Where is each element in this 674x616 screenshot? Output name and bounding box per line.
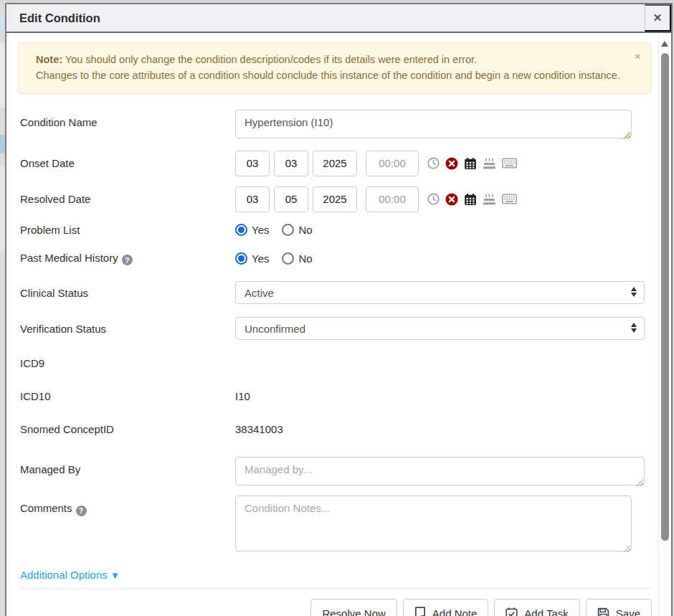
add-note-button[interactable]: Add Note — [403, 599, 489, 616]
radio-unchecked-icon[interactable] — [282, 252, 294, 265]
pmh-no-radio[interactable]: No — [282, 252, 312, 265]
birthday-cake-icon[interactable] — [483, 193, 496, 206]
onset-year-input[interactable] — [313, 151, 357, 176]
managed-by-textarea[interactable] — [235, 457, 645, 485]
onset-date-row: Onset Date — [16, 151, 658, 176]
note-line-2: Changes to the core attributes of a cond… — [36, 68, 622, 84]
onset-time-input[interactable] — [366, 151, 419, 176]
past-medical-history-label: Past Medical History? — [20, 252, 235, 266]
icd9-row: ICD9 — [16, 357, 658, 369]
note-text-1: You should only change the condition des… — [62, 54, 477, 65]
managed-by-wrap — [235, 457, 645, 488]
resolved-time-input[interactable] — [366, 186, 419, 212]
edit-condition-modal: Edit Condition ✕ Note: You should only c… — [5, 3, 673, 616]
condition-name-textarea[interactable]: Hypertension (I10) — [235, 110, 632, 138]
radio-yes-label: Yes — [252, 224, 269, 236]
icd10-value: I10 — [235, 390, 250, 402]
additional-options-link[interactable]: Additional Options ▼ — [20, 569, 120, 581]
calendar-icon[interactable] — [464, 193, 477, 206]
problem-list-row: Problem List Yes No — [16, 224, 658, 236]
resolved-month-input[interactable] — [235, 186, 270, 212]
snomed-label: Snomed ConceptID — [20, 423, 235, 435]
select-arrows-icon — [631, 323, 637, 333]
resolve-now-button[interactable]: Resolve Now — [310, 599, 397, 616]
radio-unchecked-icon[interactable] — [282, 224, 294, 236]
verification-status-label: Verification Status — [20, 323, 235, 335]
modal-body: Note: You should only change the conditi… — [6, 34, 658, 616]
onset-date-label: Onset Date — [20, 157, 235, 169]
pmh-radio-group: Yes No — [235, 252, 313, 265]
comments-label: Comments? — [20, 496, 235, 516]
note-bold-prefix: Note: — [36, 54, 62, 65]
scrollbar-thumb[interactable] — [661, 53, 669, 541]
birthday-cake-icon[interactable] — [483, 157, 496, 170]
footer-buttons: Resolve Now Add Note Add Task Save — [16, 599, 658, 616]
save-button[interactable]: Save — [586, 599, 652, 616]
comments-wrap — [235, 496, 632, 554]
help-icon[interactable]: ? — [122, 255, 133, 265]
radio-yes-label: Yes — [252, 252, 269, 265]
snomed-row: Snomed ConceptID 38341003 — [16, 423, 658, 435]
verification-status-select[interactable]: Unconfirmed — [235, 317, 645, 340]
clinical-status-value: Active — [245, 287, 274, 299]
clear-circle-icon[interactable] — [445, 193, 458, 206]
modal-title: Edit Condition — [6, 11, 100, 25]
pmh-yes-radio[interactable]: Yes — [235, 252, 269, 265]
clock-icon[interactable] — [427, 157, 440, 169]
resolved-date-row: Resolved Date — [16, 186, 658, 212]
radio-checked-icon[interactable] — [235, 224, 247, 236]
radio-no-label: No — [298, 252, 312, 265]
icd9-label: ICD9 — [20, 357, 235, 369]
warning-note: Note: You should only change the conditi… — [18, 42, 652, 94]
calendar-icon[interactable] — [464, 157, 477, 170]
problem-list-radio-group: Yes No — [235, 224, 313, 236]
resolved-date-label: Resolved Date — [20, 193, 235, 205]
comments-row: Comments? — [16, 496, 658, 554]
caret-down-icon: ▼ — [110, 570, 120, 581]
past-medical-history-row: Past Medical History? Yes No — [16, 252, 658, 266]
radio-checked-icon[interactable] — [235, 252, 247, 265]
clinical-status-row: Clinical Status Active — [16, 281, 658, 304]
verification-status-value: Unconfirmed — [245, 323, 305, 335]
note-dismiss-icon[interactable]: × — [635, 51, 640, 62]
task-calendar-icon-button[interactable]: Add Task — [494, 599, 579, 616]
condition-name-row: Condition Name Hypertension (I10) — [16, 110, 658, 141]
verification-status-row: Verification Status Unconfirmed — [16, 317, 658, 340]
clinical-status-select[interactable]: Active — [235, 281, 645, 304]
select-arrows-icon — [631, 287, 637, 297]
icd10-row: ICD10 I10 — [16, 390, 658, 402]
problem-list-no-radio[interactable]: No — [282, 224, 312, 236]
keyboard-icon[interactable] — [502, 194, 517, 204]
condition-name-wrap: Hypertension (I10) — [235, 110, 632, 141]
clinical-status-label: Clinical Status — [20, 287, 235, 299]
note-line-1: Note: You should only change the conditi… — [36, 52, 622, 68]
icd10-label: ICD10 — [20, 390, 235, 402]
modal-header: Edit Condition ✕ — [6, 4, 671, 33]
onset-day-input[interactable] — [274, 151, 308, 176]
scroll-up-arrow-icon[interactable] — [661, 41, 668, 47]
help-icon[interactable]: ? — [76, 506, 87, 516]
resolved-year-input[interactable] — [313, 186, 357, 212]
condition-name-label: Condition Name — [20, 110, 235, 128]
clear-circle-icon[interactable] — [445, 157, 458, 170]
footer-divider — [19, 588, 652, 589]
onset-date-icons — [427, 157, 517, 170]
onset-month-input[interactable] — [235, 151, 270, 176]
modal-scrollbar[interactable] — [658, 34, 670, 616]
save-floppy-icon — [597, 607, 609, 616]
problem-list-yes-radio[interactable]: Yes — [235, 224, 269, 236]
note-file-icon — [414, 607, 426, 616]
additional-options-row: Additional Options ▼ — [16, 569, 658, 582]
comments-textarea[interactable] — [235, 496, 632, 551]
snomed-value: 38341003 — [235, 423, 283, 435]
close-icon[interactable]: ✕ — [645, 4, 671, 32]
resolved-day-input[interactable] — [274, 186, 308, 212]
managed-by-row: Managed By — [16, 457, 658, 488]
problem-list-label: Problem List — [20, 224, 235, 236]
calendar-check-icon — [506, 607, 518, 616]
clock-icon[interactable] — [427, 193, 440, 205]
resolved-date-icons — [427, 193, 517, 206]
keyboard-icon[interactable] — [502, 158, 517, 169]
radio-no-label: No — [298, 224, 312, 236]
managed-by-label: Managed By — [20, 457, 235, 475]
